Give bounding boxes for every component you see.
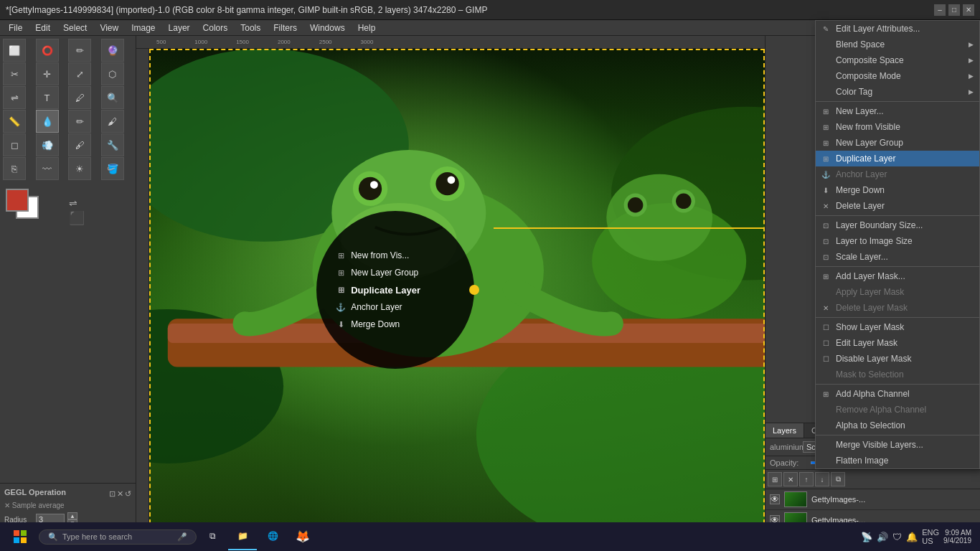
maximize-button[interactable]: □ xyxy=(948,4,960,16)
ctx-item-layer-to-image-size[interactable]: ⊡Layer to Image Size xyxy=(816,233,979,249)
tab-layers[interactable]: Layers xyxy=(765,423,804,438)
measure-tool[interactable]: 📏 xyxy=(3,110,26,133)
ctx-item-new-from-visible[interactable]: ⊞New from Visible xyxy=(816,119,979,135)
ctx-item-duplicate-layer[interactable]: ⊞Duplicate Layer xyxy=(816,151,979,166)
ctx-item-blend-space[interactable]: Blend Space xyxy=(816,37,979,52)
ctx-item-composite-mode[interactable]: Composite Mode xyxy=(816,68,979,84)
ctx-item-add-layer-mask[interactable]: ⊞Add Layer Mask... xyxy=(816,268,979,284)
volume-icon[interactable]: 🔊 xyxy=(877,532,888,542)
airbrush-tool[interactable]: 💨 xyxy=(36,133,59,156)
taskbar-app-gimp[interactable]: 🦊 xyxy=(288,523,317,550)
layers-toolbar-btn-1[interactable]: ✕ xyxy=(783,472,798,486)
gegl-tool-btn-2[interactable]: ✕ xyxy=(117,489,123,499)
heal-tool[interactable]: 🔧 xyxy=(101,133,124,156)
microphone-icon[interactable]: 🎤 xyxy=(177,532,187,542)
ctx-item-add-alpha-channel[interactable]: ⊞Add Alpha Channel xyxy=(816,386,979,402)
menu-item-select[interactable]: Select xyxy=(57,22,93,34)
taskbar-app-file-explorer[interactable]: 📁 xyxy=(228,523,257,550)
layer-visibility-0[interactable]: 👁 xyxy=(770,494,780,504)
menu-item-layer[interactable]: Layer xyxy=(163,22,196,34)
menu-item-image[interactable]: Image xyxy=(126,22,161,34)
canvas-image[interactable]: ⊞New from Vis...⊞New Layer Group⊞Duplica… xyxy=(149,49,765,531)
crop-tool[interactable]: ✂ xyxy=(3,62,26,85)
free-select-tool[interactable]: ✏ xyxy=(68,39,91,62)
ctx-item-disable-layer-mask[interactable]: ☐Disable Layer Mask xyxy=(816,351,979,367)
security-icon[interactable]: 🛡 xyxy=(892,532,902,542)
dodge-burn-tool[interactable]: ☀ xyxy=(68,157,91,180)
ctx-item-merge-visible-layers[interactable]: Merge Visible Layers... xyxy=(816,437,979,453)
language-badge[interactable]: ENGUS xyxy=(922,528,939,545)
layers-toolbar-btn-0[interactable]: ⊞ xyxy=(768,472,782,486)
layers-toolbar-btn-3[interactable]: ↓ xyxy=(815,472,829,486)
circular-menu-item[interactable]: ⊞New from Vis... xyxy=(331,248,460,263)
pencil-tool[interactable]: ✏ xyxy=(68,110,91,133)
ink-tool[interactable]: 🖋 xyxy=(68,133,91,156)
ctx-item-color-tag[interactable]: Color Tag xyxy=(816,84,979,100)
radius-increment-button[interactable]: ▲ xyxy=(67,512,77,519)
circular-context-menu: ⊞New from Vis...⊞New Layer Group⊞Duplica… xyxy=(316,211,474,369)
ctx-item-edit-layer-attributes[interactable]: ✎Edit Layer Attributes... xyxy=(816,21,979,37)
gegl-tool-btn-1[interactable]: ⊡ xyxy=(109,489,116,499)
taskbar-search[interactable]: 🔍 Type here to search 🎤 xyxy=(39,529,197,545)
notification-icon[interactable]: 🔔 xyxy=(906,532,918,542)
minimize-button[interactable]: – xyxy=(934,4,946,16)
ctx-item-show-layer-mask[interactable]: ☐Show Layer Mask xyxy=(816,319,979,335)
circular-menu-item[interactable]: ⬇Merge Down xyxy=(331,317,460,331)
layers-toolbar-btn-2[interactable]: ↑ xyxy=(799,472,814,486)
ctx-item-edit-layer-mask[interactable]: ☐Edit Layer Mask xyxy=(816,335,979,351)
eraser-tool[interactable]: ◻ xyxy=(3,133,26,156)
ctx-item-alpha-to-selection[interactable]: Alpha to Selection xyxy=(816,418,979,433)
title-bar: *[GettyImages-1149999834] (imported)-1.0… xyxy=(0,0,980,20)
smudge-tool[interactable]: 〰 xyxy=(36,157,59,180)
menu-item-filters[interactable]: Filters xyxy=(268,22,303,34)
layer-row-0[interactable]: 👁 GettyImages-... xyxy=(765,489,980,510)
text-tool[interactable]: T xyxy=(36,86,59,109)
gegl-title: GEGL Operation xyxy=(4,488,66,496)
foreground-color-swatch[interactable] xyxy=(6,189,29,212)
perspective-tool[interactable]: ⬡ xyxy=(101,62,124,85)
menu-item-colors[interactable]: Colors xyxy=(197,22,234,34)
ctx-item-new-layer-group[interactable]: ⊞New Layer Group xyxy=(816,135,979,151)
menu-item-help[interactable]: Help xyxy=(352,22,382,34)
rectangle-select-tool[interactable]: ⬜ xyxy=(3,39,26,62)
menu-item-windows[interactable]: Windows xyxy=(304,22,351,34)
ctx-item-merge-down[interactable]: ⬇Merge Down xyxy=(816,182,979,198)
ctx-item-flatten-image[interactable]: Flatten Image xyxy=(816,453,979,468)
network-icon[interactable]: 📡 xyxy=(861,532,872,542)
ctx-item-new-layer[interactable]: ⊞New Layer... xyxy=(816,103,979,119)
circular-menu-item[interactable]: ⊞Duplicate Layer xyxy=(331,283,460,297)
start-button[interactable] xyxy=(3,523,37,550)
circular-menu-item[interactable]: ⚓Anchor Layer xyxy=(331,300,460,314)
ellipse-select-tool[interactable]: ⭕ xyxy=(36,39,59,62)
ctx-item-scale-layer[interactable]: ⊡Scale Layer... xyxy=(816,249,979,265)
system-clock[interactable]: 9:09 AM 9/4/2019 xyxy=(943,529,971,545)
move-tool[interactable]: ✛ xyxy=(36,62,59,85)
taskbar-app-chrome[interactable]: 🌐 xyxy=(258,523,287,550)
layers-toolbar-btn-4[interactable]: ⧉ xyxy=(831,472,845,486)
flip-tool[interactable]: ⇌ xyxy=(3,86,26,109)
gegl-tool-btn-3[interactable]: ↺ xyxy=(125,489,131,499)
ctx-item-layer-boundary-size[interactable]: ⊡Layer Boundary Size... xyxy=(816,217,979,233)
fuzzy-select-tool[interactable]: 🔮 xyxy=(101,39,124,62)
reset-colors-icon[interactable]: ⬛ xyxy=(69,210,85,226)
ctx-item-composite-space[interactable]: Composite Space xyxy=(816,52,979,68)
menu-item-tools[interactable]: Tools xyxy=(235,22,266,34)
menu-item-view[interactable]: View xyxy=(94,22,124,34)
zoom-tool[interactable]: 🔍 xyxy=(101,86,124,109)
color-picker-tool-icon: 💧 xyxy=(42,116,53,127)
menu-item-file[interactable]: File xyxy=(3,22,28,34)
swap-colors-icon[interactable]: ⇌ xyxy=(69,197,85,209)
circular-menu-item[interactable]: ⊞New Layer Group xyxy=(331,265,460,280)
taskbar-app-taskview[interactable]: ⧉ xyxy=(198,523,227,550)
color-picker-tool[interactable]: 💧 xyxy=(36,110,59,133)
close-button[interactable]: ✕ xyxy=(963,4,974,16)
clone-tool[interactable]: ⎘ xyxy=(3,157,26,180)
bucket-fill-tool[interactable]: 🪣 xyxy=(101,157,124,180)
path-tool[interactable]: 🖊 xyxy=(68,86,91,109)
ctx-item-mask-to-selection: Mask to Selection xyxy=(816,367,979,382)
paintbrush-tool[interactable]: 🖌 xyxy=(101,110,124,133)
scale-tool[interactable]: ⤢ xyxy=(68,62,91,85)
ruler-mark: 2500 xyxy=(319,39,332,45)
menu-item-edit[interactable]: Edit xyxy=(29,22,56,34)
ctx-item-delete-layer[interactable]: ✕Delete Layer xyxy=(816,198,979,214)
